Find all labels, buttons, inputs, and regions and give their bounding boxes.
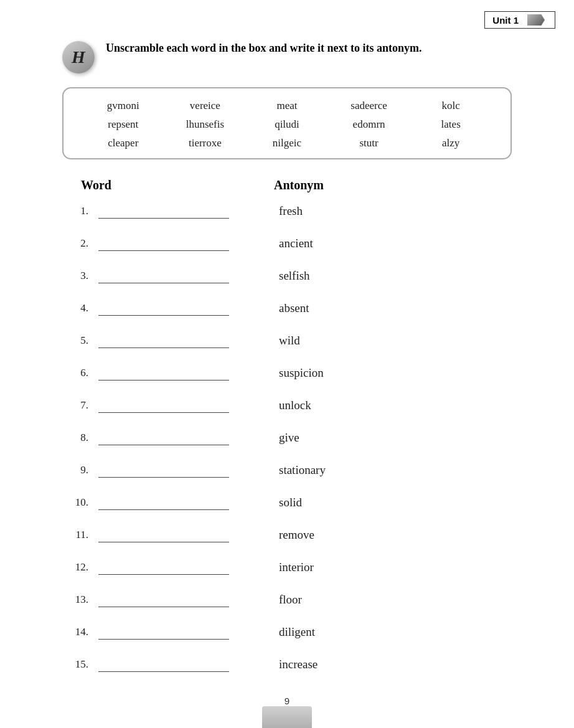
page-number-block: 9 xyxy=(262,696,312,728)
table-row: 8.give xyxy=(62,425,537,450)
exercise-rows: 1.fresh2.ancient3.selfish4.absent5.wild6… xyxy=(62,199,537,677)
table-row: 2.ancient xyxy=(62,231,537,256)
scrambled-word: gvmoni xyxy=(95,100,151,112)
scrambled-word: qiludi xyxy=(259,118,315,131)
table-row: 13.floor xyxy=(62,587,537,612)
answer-line[interactable] xyxy=(98,592,229,607)
instruction-text: Unscramble each word in the box and writ… xyxy=(106,40,421,57)
table-row: 5.wild xyxy=(62,328,537,353)
antonym-text: suspicion xyxy=(279,366,324,380)
word-column-header: Word xyxy=(62,178,274,192)
scrambled-word: repsent xyxy=(95,118,151,131)
page-bottom: 9 xyxy=(0,696,574,728)
table-row: 7.unlock xyxy=(62,393,537,418)
antonym-text: floor xyxy=(279,593,302,607)
exercise-area: Word Antonym 1.fresh2.ancient3.selfish4.… xyxy=(62,178,537,677)
table-row: 9.stationary xyxy=(62,458,537,483)
row-number: 4. xyxy=(62,302,93,314)
column-headers: Word Antonym xyxy=(62,178,537,192)
table-row: 11.remove xyxy=(62,522,537,547)
scrambled-word: lates xyxy=(423,118,479,131)
table-row: 14.diligent xyxy=(62,620,537,645)
row-number: 10. xyxy=(62,496,93,509)
answer-line[interactable] xyxy=(98,301,229,316)
table-row: 12.interior xyxy=(62,555,537,580)
scrambled-word: tierroxe xyxy=(177,137,233,149)
scrambled-word: nilgeic xyxy=(259,137,315,149)
answer-line[interactable] xyxy=(98,398,229,413)
answer-line[interactable] xyxy=(98,366,229,381)
instruction-section: H Unscramble each word in the box and wr… xyxy=(0,29,574,73)
answer-line[interactable] xyxy=(98,333,229,348)
answer-line[interactable] xyxy=(98,204,229,219)
antonym-text: absent xyxy=(279,301,309,315)
answer-line[interactable] xyxy=(98,236,229,251)
scrambled-word: kolc xyxy=(423,100,479,112)
antonym-text: give xyxy=(279,431,299,445)
antonym-text: ancient xyxy=(279,237,313,250)
scrambled-word: stutr xyxy=(341,137,397,149)
word-box: gvmoni vereice meat sadeerce kolc repsen… xyxy=(62,87,512,159)
scrambled-word: alzy xyxy=(423,137,479,149)
answer-line[interactable] xyxy=(98,625,229,640)
antonym-text: remove xyxy=(279,528,314,542)
antonym-text: increase xyxy=(279,658,318,671)
unit-badge: Unit 1 xyxy=(484,11,555,29)
scrambled-word: lhunsefis xyxy=(177,118,233,131)
table-row: 6.suspicion xyxy=(62,361,537,385)
scrambled-word: vereice xyxy=(177,100,233,112)
antonym-text: interior xyxy=(279,560,314,574)
word-box-row-2: repsent lhunsefis qiludi edomrn lates xyxy=(82,118,492,131)
row-number: 1. xyxy=(62,205,93,217)
row-number: 14. xyxy=(62,626,93,638)
antonym-text: wild xyxy=(279,334,300,347)
table-row: 4.absent xyxy=(62,296,537,321)
antonym-text: diligent xyxy=(279,625,315,639)
table-row: 3.selfish xyxy=(62,263,537,288)
page-number: 9 xyxy=(285,696,289,706)
answer-line[interactable] xyxy=(98,430,229,445)
table-row: 15.increase xyxy=(62,652,537,677)
table-row: 1.fresh xyxy=(62,199,537,224)
antonym-text: stationary xyxy=(279,463,326,477)
row-number: 15. xyxy=(62,658,93,671)
scrambled-word: edomrn xyxy=(341,118,397,131)
scrambled-word: sadeerce xyxy=(341,100,397,112)
antonym-text: solid xyxy=(279,496,302,509)
row-number: 2. xyxy=(62,237,93,250)
word-box-row-3: cleaper tierroxe nilgeic stutr alzy xyxy=(82,137,492,149)
row-number: 13. xyxy=(62,593,93,606)
h-icon: H xyxy=(62,41,95,73)
word-box-row-1: gvmoni vereice meat sadeerce kolc xyxy=(82,100,492,112)
h-letter: H xyxy=(72,47,85,67)
row-number: 6. xyxy=(62,367,93,379)
row-number: 7. xyxy=(62,399,93,412)
answer-line[interactable] xyxy=(98,495,229,510)
antonym-column-header: Antonym xyxy=(274,178,324,192)
page-tab xyxy=(262,706,312,728)
answer-line[interactable] xyxy=(98,657,229,672)
antonym-text: fresh xyxy=(279,204,303,218)
table-row: 10.solid xyxy=(62,490,537,515)
antonym-text: selfish xyxy=(279,269,310,283)
row-number: 5. xyxy=(62,334,93,347)
answer-line[interactable] xyxy=(98,463,229,478)
unit-label: Unit 1 xyxy=(492,15,519,26)
answer-line[interactable] xyxy=(98,527,229,542)
row-number: 8. xyxy=(62,432,93,444)
scrambled-word: meat xyxy=(259,100,315,112)
row-number: 12. xyxy=(62,561,93,574)
row-number: 11. xyxy=(62,529,93,541)
antonym-text: unlock xyxy=(279,399,311,412)
header: Unit 1 xyxy=(0,0,574,29)
row-number: 3. xyxy=(62,270,93,282)
answer-line[interactable] xyxy=(98,268,229,283)
scrambled-word: cleaper xyxy=(95,137,151,149)
answer-line[interactable] xyxy=(98,560,229,575)
row-number: 9. xyxy=(62,464,93,476)
